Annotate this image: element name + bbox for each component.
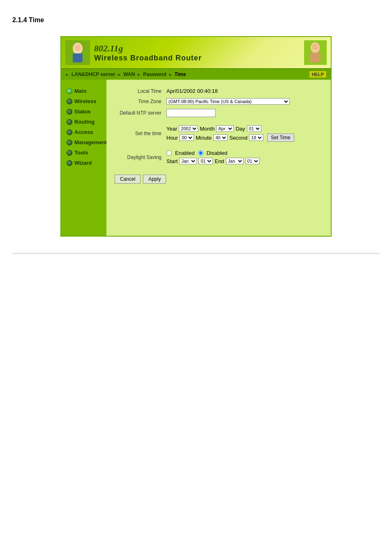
nav-arrow-4: ► <box>168 72 173 77</box>
apply-button[interactable]: Apply <box>143 175 166 184</box>
sidebar-label-wireless: Wireless <box>74 98 96 104</box>
nav-item-time[interactable]: Time <box>175 71 186 77</box>
enabled-label: Enabled <box>175 150 195 156</box>
ntp-row: Default NTP server <box>115 107 323 119</box>
bottom-line <box>12 253 380 256</box>
daylight-row: Daylight Saving Enabled Disabled <box>115 148 323 166</box>
end-day-select[interactable]: 0102030405060708091011121314151617181920… <box>245 158 260 164</box>
router-header: 802.11g Wireless Broadband Router <box>61 37 331 69</box>
header-title-area: 802.11g Wireless Broadband Router <box>90 43 304 62</box>
main-icon <box>67 88 72 94</box>
set-time-label: Set the time <box>115 123 164 144</box>
day-select[interactable]: 0102030405060708091011121314151617181920… <box>247 125 261 132</box>
start-month-select[interactable]: JanFebMarAprMayJunJulAugSepOctNovDec <box>179 158 197 164</box>
ntp-label: Default NTP server <box>115 107 164 119</box>
hour-select[interactable]: 0001020304050607080910111213141516171819… <box>180 134 194 141</box>
daylight-value-cell: Enabled Disabled Start JanFebMarAprMayJu… <box>164 148 323 166</box>
sidebar-label-wizard: Wizard <box>74 160 92 166</box>
svg-point-3 <box>74 44 81 51</box>
spacer-row-1 <box>115 119 323 123</box>
router-body: Main Wireless Status Routing Access Mana… <box>61 80 331 236</box>
sidebar-item-access[interactable]: Access <box>63 127 104 137</box>
sidebar-item-status[interactable]: Status <box>63 106 104 117</box>
header-logo-right <box>304 40 327 65</box>
svg-rect-6 <box>310 53 321 62</box>
nav-arrow-3: ► <box>137 72 141 77</box>
minute-label: Minute <box>196 135 212 141</box>
local-time-value: Apr/01/2002 00:40:18 <box>164 86 323 96</box>
management-icon <box>67 140 72 145</box>
action-buttons: Cancel Apply <box>115 175 323 184</box>
set-time-ymd: Year 200020012002200320042005 Month JanF… <box>166 125 320 132</box>
spacer-row-2 <box>115 144 323 148</box>
time-form-table: Local Time Apr/01/2002 00:40:18 Time Zon… <box>115 86 323 166</box>
year-label: Year <box>166 126 177 132</box>
router-frame: 802.11g Wireless Broadband Router ► LAN&… <box>60 36 332 237</box>
content-area: Local Time Apr/01/2002 00:40:18 Time Zon… <box>106 80 331 236</box>
disabled-label: Disabled <box>207 150 228 156</box>
sidebar-label-management: Management <box>74 139 107 145</box>
daylight-start-row: Start JanFebMarAprMayJunJulAugSepOctNovD… <box>166 158 320 164</box>
set-time-year-cell: Year 200020012002200320042005 Month JanF… <box>164 123 323 144</box>
ntp-value-cell <box>164 107 323 119</box>
sidebar-item-wizard[interactable]: Wizard <box>63 158 104 168</box>
sidebar-label-tools: Tools <box>74 150 88 156</box>
nav-item-lan[interactable]: LAN&DHCP server <box>71 71 115 77</box>
end-label: End <box>214 158 224 164</box>
sidebar-item-tools[interactable]: Tools <box>63 147 104 158</box>
tools-icon <box>67 150 72 156</box>
page-title: 2.1.4 Time <box>12 16 380 24</box>
year-select[interactable]: 200020012002200320042005 <box>179 125 198 132</box>
brand-name: 802.11g <box>94 43 300 54</box>
wizard-icon <box>67 160 72 166</box>
day-label: Day <box>235 126 245 132</box>
local-time-row: Local Time Apr/01/2002 00:40:18 <box>115 86 323 96</box>
access-icon <box>67 129 72 135</box>
sidebar-label-main: Main <box>74 88 87 94</box>
minute-select[interactable]: 001020304050 <box>213 134 228 141</box>
nav-arrow-2: ► <box>117 72 121 77</box>
nav-item-wan[interactable]: WAN <box>123 71 135 77</box>
set-time-row1: Set the time Year 2000200120022003200420… <box>115 123 323 144</box>
timezone-value-cell: (GMT-12:00) International Date Line West… <box>164 96 323 107</box>
sidebar-item-management[interactable]: Management <box>63 137 104 147</box>
header-logo-left <box>65 40 90 65</box>
sidebar-label-access: Access <box>74 129 93 135</box>
timezone-label: Time Zone <box>115 96 164 107</box>
routing-icon <box>67 119 72 125</box>
month-select[interactable]: JanFebMarAprMayJunJulAugSepOctNovDec <box>216 125 234 132</box>
status-icon <box>67 109 72 115</box>
help-button[interactable]: HELP <box>309 71 327 78</box>
start-label: Start <box>166 158 178 164</box>
timezone-select[interactable]: (GMT-12:00) International Date Line West… <box>166 98 290 105</box>
month-label: Month <box>200 126 214 132</box>
start-day-select[interactable]: 0102030405060708091011121314151617181920… <box>198 158 213 164</box>
cancel-button[interactable]: Cancel <box>115 175 141 184</box>
daylight-enabled-radio[interactable] <box>166 150 172 156</box>
brand-subtitle: Wireless Broadband Router <box>94 54 300 62</box>
hour-label: Hour <box>166 135 178 141</box>
svg-rect-2 <box>73 53 83 62</box>
set-time-hms: Hour 00010203040506070809101112131415161… <box>166 134 320 142</box>
sidebar-label-status: Status <box>74 108 91 115</box>
svg-point-7 <box>312 44 318 50</box>
sidebar-label-routing: Routing <box>74 119 95 125</box>
second-select[interactable]: 00051015182025303540455055 <box>249 134 263 141</box>
sidebar: Main Wireless Status Routing Access Mana… <box>61 80 106 236</box>
daylight-disabled-radio[interactable] <box>198 150 203 156</box>
set-time-button[interactable]: Set Time <box>267 134 294 142</box>
wireless-icon <box>67 99 72 104</box>
sidebar-item-routing[interactable]: Routing <box>63 117 104 127</box>
sidebar-item-wireless[interactable]: Wireless <box>63 96 104 106</box>
end-month-select[interactable]: JanFebMarAprMayJunJulAugSepOctNovDec <box>226 158 244 164</box>
daylight-block: Enabled Disabled Start JanFebMarAprMayJu… <box>166 150 320 164</box>
second-label: Second <box>229 135 247 141</box>
timezone-row: Time Zone (GMT-12:00) International Date… <box>115 96 323 107</box>
sidebar-item-main[interactable]: Main <box>63 86 104 96</box>
nav-bar: ► LAN&DHCP server ► WAN ► Password ► Tim… <box>61 69 331 80</box>
daylight-label: Daylight Saving <box>115 148 164 166</box>
daylight-radio-row: Enabled Disabled <box>166 150 320 156</box>
nav-item-password[interactable]: Password <box>143 71 166 77</box>
ntp-input[interactable] <box>166 109 216 117</box>
nav-arrow-1: ► <box>65 72 69 77</box>
